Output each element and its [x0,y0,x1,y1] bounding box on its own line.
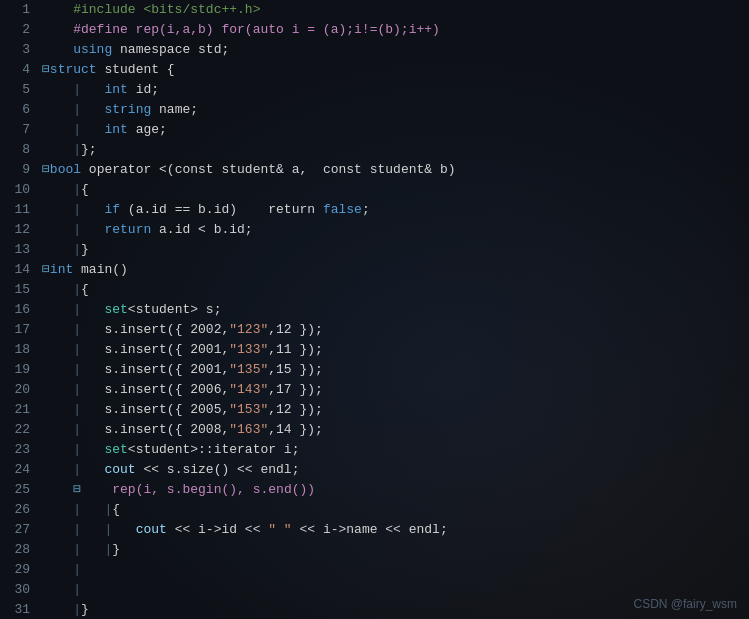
token: ,12 }); [268,320,323,340]
code-line: | s.insert({ 2002,"123",12 }); [42,320,749,340]
token: | [42,440,104,460]
token: ,14 }); [268,420,323,440]
code-line: #define rep(i,a,b) for(auto i = (a);i!=(… [42,20,749,40]
token: namespace std; [112,40,229,60]
line-number: 18 [0,340,38,360]
code-line: using namespace std; [42,40,749,60]
token: ⊟ [42,160,50,180]
token: "133" [229,340,268,360]
token: { [112,500,120,520]
token: | [42,180,81,200]
token: { [81,280,89,300]
token: #include <bits/stdc++.h> [42,0,260,20]
line-number: 8 [0,140,38,160]
token: } [81,600,89,619]
line-number: 21 [0,400,38,420]
code-editor: 1234567891011121314151617181920212223242… [0,0,749,619]
code-line: | s.insert({ 2005,"153",12 }); [42,400,749,420]
line-number: 13 [0,240,38,260]
line-number: 29 [0,560,38,580]
line-number: 2 [0,20,38,40]
token: false [323,200,362,220]
code-line: | s.insert({ 2008,"163",14 }); [42,420,749,440]
token: ,11 }); [268,340,323,360]
code-line: | s.insert({ 2001,"135",15 }); [42,360,749,380]
line-number: 15 [0,280,38,300]
token: | [42,600,81,619]
token: | [42,300,104,320]
token: ⊟ [42,480,81,500]
line-number: 24 [0,460,38,480]
token: ,12 }); [268,400,323,420]
code-line: | |{ [42,500,749,520]
code-line: ⊟struct student { [42,60,749,80]
token: a.id < b.id; [151,220,252,240]
token: (a.id == b.id) return [120,200,323,220]
token: "163" [229,420,268,440]
token: | [42,280,81,300]
code-line: | set<student>::iterator i; [42,440,749,460]
code-line: ⊟bool operator <(const student& a, const… [42,160,749,180]
token: | [42,240,81,260]
code-line: | string name; [42,100,749,120]
token: student { [97,60,175,80]
token: if [104,200,120,220]
token: s.insert({ 2001, [104,340,229,360]
token: | [42,200,104,220]
code-line: | set<student> s; [42,300,749,320]
code-line: ⊟int main() [42,260,749,280]
token: | [42,120,104,140]
token: operator <(const student& a, const stude… [81,160,455,180]
token: | [42,380,104,400]
line-number: 16 [0,300,38,320]
code-line: | if (a.id == b.id) return false; [42,200,749,220]
token: "135" [229,360,268,380]
code-line: | | cout << i->id << " " << i->name << e… [42,520,749,540]
token: | | [42,500,112,520]
code-line: |} [42,240,749,260]
token [42,40,73,60]
line-number: 23 [0,440,38,460]
token: return [104,220,151,240]
token: name; [151,100,198,120]
token: age; [128,120,167,140]
code-line: |{ [42,180,749,200]
token: | [42,80,104,100]
code-line: | return a.id < b.id; [42,220,749,240]
token: { [81,180,89,200]
code-line: | cout << s.size() << endl; [42,460,749,480]
token: << i->name << endl; [292,520,448,540]
token: ,17 }); [268,380,323,400]
code-line: | [42,580,749,600]
token: | [42,340,104,360]
line-number: 3 [0,40,38,60]
token: set [104,300,127,320]
line-number: 10 [0,180,38,200]
token: | [42,140,81,160]
token: s.insert({ 2001, [104,360,229,380]
token: main() [73,260,128,280]
token: | | [42,540,112,560]
line-number: 9 [0,160,38,180]
token: <student> s; [128,300,222,320]
token: struct [50,60,97,80]
token: } [112,540,120,560]
token: id; [128,80,159,100]
line-number: 5 [0,80,38,100]
token: int [104,80,127,100]
token: bool [50,160,81,180]
token: s.insert({ 2005, [104,400,229,420]
token: | [42,220,104,240]
token: s.insert({ 2002, [104,320,229,340]
code-line: | s.insert({ 2001,"133",11 }); [42,340,749,360]
token: ⊟ [42,60,50,80]
token: << s.size() << endl; [136,460,300,480]
line-number: 7 [0,120,38,140]
token: "153" [229,400,268,420]
token: } [81,240,89,260]
token: using [73,40,112,60]
line-number: 19 [0,360,38,380]
token: | [42,580,81,600]
line-number: 6 [0,100,38,120]
line-number: 25 [0,480,38,500]
